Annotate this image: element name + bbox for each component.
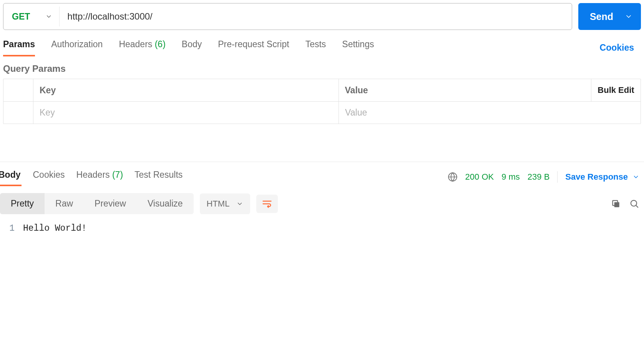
chevron-down-icon — [625, 13, 632, 20]
tab-headers[interactable]: Headers (6) — [119, 39, 165, 56]
search-icon[interactable] — [629, 199, 639, 209]
tab-settings[interactable]: Settings — [342, 39, 374, 56]
globe-icon[interactable] — [448, 172, 458, 182]
tab-headers-label: Headers — [119, 39, 152, 49]
table-handle-col — [3, 79, 33, 101]
view-pretty[interactable]: Pretty — [0, 193, 45, 214]
response-headers-count: (7) — [112, 170, 123, 180]
format-select[interactable]: HTML — [200, 193, 251, 214]
chevron-down-icon — [236, 200, 243, 207]
table-header-row: Key Value Bulk Edit — [3, 79, 641, 101]
wrap-icon — [262, 198, 272, 209]
wrap-lines-button[interactable] — [256, 195, 278, 213]
status-code: 200 OK — [465, 172, 494, 182]
response-tab-cookies[interactable]: Cookies — [33, 167, 65, 186]
http-method-label: GET — [12, 12, 30, 22]
table-row — [3, 101, 641, 124]
divider — [557, 171, 558, 183]
table-actions-col — [591, 102, 641, 124]
save-response-label: Save Response — [565, 172, 628, 182]
tab-authorization[interactable]: Authorization — [51, 39, 103, 56]
save-response-button[interactable]: Save Response — [565, 172, 639, 182]
param-key-input[interactable] — [40, 107, 332, 118]
request-tabs: Params Authorization Headers (6) Body Pr… — [3, 39, 374, 56]
tab-prerequest[interactable]: Pre-request Script — [218, 39, 289, 56]
headers-count: (6) — [155, 39, 166, 49]
svg-rect-1 — [614, 202, 619, 207]
status-size: 239 B — [528, 172, 550, 182]
copy-icon[interactable] — [611, 199, 621, 209]
value-header: Value — [339, 79, 591, 101]
response-body-line: Hello World! — [23, 223, 87, 233]
cookies-link[interactable]: Cookies — [600, 43, 641, 53]
response-tab-body[interactable]: Body — [0, 167, 22, 186]
response-status-bar: 200 OK 9 ms 239 B Save Response — [448, 171, 639, 183]
tab-tests[interactable]: Tests — [305, 39, 326, 56]
response-tab-test-results[interactable]: Test Results — [134, 167, 183, 186]
response-headers-label: Headers — [76, 170, 110, 180]
view-visualize[interactable]: Visualize — [137, 193, 194, 214]
query-params-title: Query Params — [0, 56, 644, 79]
response-tabs: Body Cookies Headers (7) Test Results — [0, 167, 183, 186]
key-header: Key — [33, 79, 339, 101]
response-body-editor[interactable]: 1 Hello World! — [0, 214, 644, 233]
view-raw[interactable]: Raw — [45, 193, 84, 214]
response-tab-headers[interactable]: Headers (7) — [76, 167, 123, 186]
format-label: HTML — [207, 199, 230, 209]
send-button[interactable]: Send — [578, 3, 641, 30]
url-input[interactable] — [60, 11, 572, 22]
query-params-table: Key Value Bulk Edit — [3, 79, 641, 124]
svg-point-3 — [631, 200, 637, 206]
tab-params[interactable]: Params — [3, 39, 35, 56]
line-number: 1 — [8, 223, 15, 233]
http-method-select[interactable]: GET — [3, 7, 60, 26]
request-url-box: GET — [3, 3, 572, 30]
view-mode-tabs: Pretty Raw Preview Visualize — [0, 193, 194, 214]
param-value-input[interactable] — [345, 107, 585, 118]
table-handle-col — [3, 102, 33, 124]
view-preview[interactable]: Preview — [84, 193, 137, 214]
bulk-edit-button[interactable]: Bulk Edit — [591, 79, 641, 101]
status-time: 9 ms — [501, 172, 520, 182]
send-button-label: Send — [590, 11, 613, 22]
chevron-down-icon — [45, 13, 52, 20]
tab-body[interactable]: Body — [182, 39, 202, 56]
chevron-down-icon — [632, 174, 639, 180]
